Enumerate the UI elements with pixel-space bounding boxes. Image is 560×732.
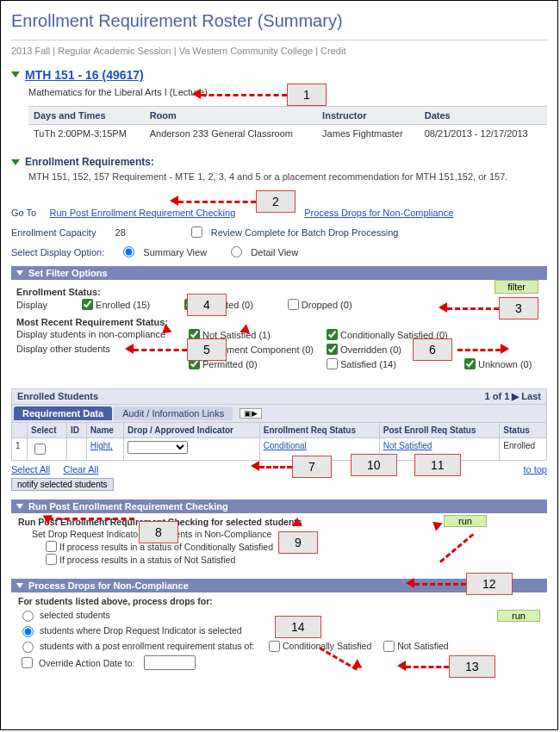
filter-button[interactable]: filter <box>495 280 538 294</box>
caret-icon <box>16 270 23 276</box>
enrollment-status-label: Enrollment Status: <box>16 287 542 297</box>
chk-not-satisfied[interactable] <box>189 329 200 340</box>
run-button[interactable]: run <box>444 515 487 527</box>
course-description: Mathematics for the Liberal Arts I (Lect… <box>28 87 547 97</box>
col-dates: Dates <box>420 107 547 125</box>
chk-cond-sat-result[interactable] <box>46 541 57 552</box>
col-name: Name <box>86 423 123 438</box>
drop-indicator-select[interactable] <box>128 441 188 454</box>
tab-requirement-data[interactable]: Requirement Data <box>14 406 112 420</box>
val-days: TuTh 2:00PM-3:15PM <box>28 125 145 143</box>
process-drops-bar[interactable]: Process Drops for Non-Compliance <box>11 579 547 592</box>
radio-drop-indicator[interactable] <box>22 626 34 637</box>
pager[interactable]: 1 of 1 ▶ Last <box>485 391 541 402</box>
detail-view-label: Detail View <box>251 247 298 257</box>
filter-body: filter Enrollment Status: Display Enroll… <box>11 280 547 376</box>
breadcrumb: 2013 Fall | Regular Academic Session | V… <box>11 46 547 56</box>
caret-icon <box>16 504 23 509</box>
radio-detail-view[interactable] <box>231 246 242 257</box>
chk-satisfied[interactable] <box>327 358 338 369</box>
enrolled-hdr-label: Enrolled Students <box>17 391 98 402</box>
enrolled-students-header: Enrolled Students 1 of 1 ▶ Last <box>11 388 547 405</box>
expand-icon[interactable] <box>11 71 20 78</box>
capacity-value: 28 <box>115 227 126 238</box>
tab-audit-links[interactable]: Audit / Information Links <box>114 406 233 420</box>
row-num: 1 <box>12 438 28 461</box>
radio-selected-students[interactable] <box>22 611 34 622</box>
display-label: Display <box>16 300 47 310</box>
radio-summary-view[interactable] <box>123 246 134 257</box>
student-name-link[interactable]: Hight, <box>90 441 113 450</box>
drops-line1: For students listed above, process drops… <box>18 596 540 606</box>
chk-override-date[interactable] <box>22 657 33 668</box>
col-drop-indicator: Drop / Approved Indicator <box>124 423 260 438</box>
capacity-label: Enrollment Capacity <box>11 227 96 238</box>
students-table: Select ID Name Drop / Approved Indicator… <box>11 422 547 461</box>
to-top-link[interactable]: to top <box>523 464 547 475</box>
row-select-checkbox[interactable] <box>34 444 46 455</box>
link-process-drops[interactable]: Process Drops for Non-Compliance <box>304 208 453 218</box>
run-post-bar[interactable]: Run Post Enrollment Requirement Checking <box>11 499 547 513</box>
chk-drops-not-sat[interactable] <box>383 641 395 652</box>
chk-enrolled[interactable] <box>82 299 93 310</box>
recent-status-label: Most Recent Requirement Status: <box>16 317 542 327</box>
goto-label: Go To <box>11 208 36 218</box>
filter-options-bar[interactable]: Set Filter Options <box>11 266 547 280</box>
display-option-label: Select Display Option: <box>11 247 104 257</box>
clear-all-link[interactable]: Clear All <box>64 464 99 475</box>
col-select: Select <box>28 423 67 438</box>
chk-overridden[interactable] <box>327 344 338 355</box>
col-days: Days and Times <box>28 107 145 125</box>
caret-icon <box>16 583 23 588</box>
requirements-label: Enrollment Requirements: <box>25 156 154 168</box>
status-cell: Enrolled <box>500 438 547 461</box>
run-post-body: run Run Post Enrollment Requirement Chec… <box>11 513 547 570</box>
val-room: Anderson 233 General Classroom <box>145 125 317 143</box>
process-drops-bar-label: Process Drops for Non-Compliance <box>28 580 189 591</box>
radio-post-status[interactable] <box>22 642 34 653</box>
expand-icon[interactable] <box>11 159 20 165</box>
select-all-link[interactable]: Select All <box>11 464 50 475</box>
col-room: Room <box>145 107 317 125</box>
filter-bar-label: Set Filter Options <box>28 268 108 278</box>
tab-row: Requirement Data Audit / Information Lin… <box>11 405 547 422</box>
chk-dropped[interactable] <box>288 299 299 310</box>
run-post-bar-label: Run Post Enrollment Requirement Checking <box>28 501 228 512</box>
review-complete-checkbox[interactable] <box>191 226 202 238</box>
review-complete-label: Review Complete for Batch Drop Processin… <box>211 227 399 238</box>
link-run-post[interactable]: Run Post Enrollment Requirement Checking <box>49 208 235 218</box>
course-link[interactable]: MTH 151 - 16 (49617) <box>25 68 144 82</box>
process-drops-body: For students listed above, process drops… <box>11 592 547 674</box>
chk-not-sat-result[interactable] <box>46 554 57 565</box>
chk-unknown[interactable] <box>464 358 476 369</box>
col-id: ID <box>66 423 86 438</box>
chk-permitted[interactable] <box>189 358 200 369</box>
expand-all-button[interactable]: ▣▶ <box>240 408 262 419</box>
divider <box>11 40 547 40</box>
post-status-link[interactable]: Not Satisfied <box>383 441 432 450</box>
page-title: Enrollment Requirement Roster (Summary) <box>11 11 547 31</box>
col-instructor: Instructor <box>317 107 420 125</box>
summary-view-label: Summary View <box>143 247 207 257</box>
run-drops-button[interactable]: run <box>497 610 540 622</box>
val-dates: 08/21/2013 - 12/17/2013 <box>420 125 547 143</box>
chk-cond-satisfied[interactable] <box>327 329 338 340</box>
table-row: 1 Hight, Conditional Not Satisfied Enrol… <box>12 438 547 461</box>
page-container: Enrollment Requirement Roster (Summary) … <box>0 0 558 730</box>
col-status: Status <box>500 423 547 438</box>
col-post-status: Post Enroll Req Status <box>379 423 500 438</box>
chk-enr-component[interactable] <box>189 344 200 355</box>
run-post-line2: Set Drop Request Indicator for Students … <box>32 529 540 539</box>
val-instructor: James Fightmaster <box>317 125 420 143</box>
chk-waitlisted[interactable] <box>184 299 196 310</box>
col-enr-status: Enrollment Req Status <box>259 423 379 438</box>
schedule-table: Days and Times Room Instructor Dates TuT… <box>28 106 547 142</box>
enr-status-link[interactable]: Conditional <box>264 441 307 450</box>
chk-drops-cond-sat[interactable] <box>269 641 280 652</box>
requirements-text: MTH 151, 152, 157 Requirement - MTE 1, 2… <box>28 171 547 182</box>
notify-button[interactable]: notify selected students <box>11 478 114 491</box>
override-date-input[interactable] <box>144 655 196 670</box>
